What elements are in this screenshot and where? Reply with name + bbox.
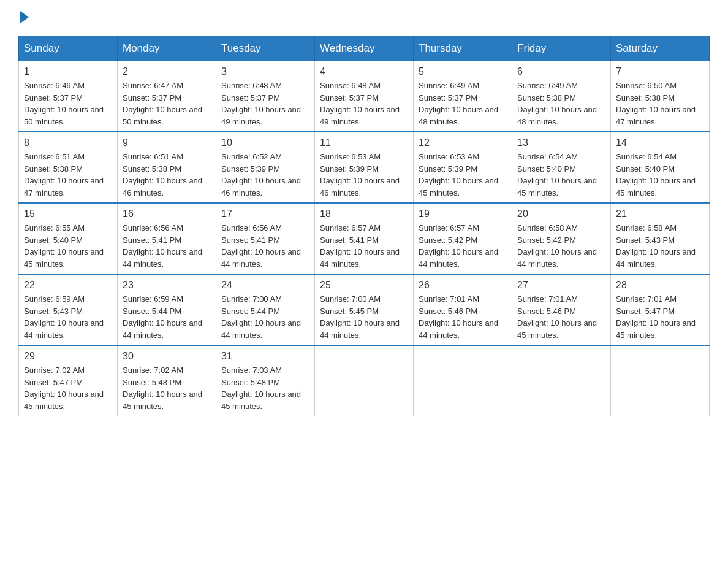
calendar-cell: 17 Sunrise: 6:56 AM Sunset: 5:41 PM Dayl… bbox=[216, 203, 315, 274]
calendar-cell: 1 Sunrise: 6:46 AM Sunset: 5:37 PM Dayli… bbox=[19, 61, 118, 132]
day-number: 17 bbox=[221, 209, 309, 220]
calendar-week-row: 29 Sunrise: 7:02 AM Sunset: 5:47 PM Dayl… bbox=[19, 345, 710, 416]
calendar-cell: 12 Sunrise: 6:53 AM Sunset: 5:39 PM Dayl… bbox=[414, 132, 512, 203]
calendar-cell: 10 Sunrise: 6:52 AM Sunset: 5:39 PM Dayl… bbox=[216, 132, 315, 203]
day-info: Sunrise: 6:55 AM Sunset: 5:40 PM Dayligh… bbox=[24, 222, 112, 270]
calendar-cell: 9 Sunrise: 6:51 AM Sunset: 5:38 PM Dayli… bbox=[118, 132, 216, 203]
day-number: 25 bbox=[320, 280, 408, 291]
day-info: Sunrise: 6:52 AM Sunset: 5:39 PM Dayligh… bbox=[221, 151, 309, 199]
day-info: Sunrise: 6:54 AM Sunset: 5:40 PM Dayligh… bbox=[616, 151, 704, 199]
day-info: Sunrise: 6:46 AM Sunset: 5:37 PM Dayligh… bbox=[24, 80, 112, 128]
day-number: 6 bbox=[517, 66, 605, 77]
calendar-cell bbox=[611, 345, 710, 416]
day-info: Sunrise: 6:50 AM Sunset: 5:38 PM Dayligh… bbox=[616, 80, 704, 128]
day-info: Sunrise: 7:01 AM Sunset: 5:46 PM Dayligh… bbox=[419, 293, 507, 341]
day-number: 18 bbox=[320, 209, 408, 220]
day-number: 9 bbox=[123, 137, 211, 148]
day-number: 15 bbox=[24, 209, 112, 220]
day-info: Sunrise: 6:57 AM Sunset: 5:42 PM Dayligh… bbox=[419, 222, 507, 270]
day-number: 23 bbox=[123, 280, 211, 291]
calendar-cell: 11 Sunrise: 6:53 AM Sunset: 5:39 PM Dayl… bbox=[315, 132, 414, 203]
calendar-cell: 25 Sunrise: 7:00 AM Sunset: 5:45 PM Dayl… bbox=[315, 274, 414, 345]
calendar-week-row: 1 Sunrise: 6:46 AM Sunset: 5:37 PM Dayli… bbox=[19, 61, 710, 132]
day-info: Sunrise: 7:02 AM Sunset: 5:48 PM Dayligh… bbox=[123, 364, 211, 412]
day-info: Sunrise: 6:51 AM Sunset: 5:38 PM Dayligh… bbox=[123, 151, 211, 199]
calendar-cell: 6 Sunrise: 6:49 AM Sunset: 5:38 PM Dayli… bbox=[512, 61, 611, 132]
calendar-cell: 2 Sunrise: 6:47 AM Sunset: 5:37 PM Dayli… bbox=[118, 61, 216, 132]
calendar-cell: 13 Sunrise: 6:54 AM Sunset: 5:40 PM Dayl… bbox=[512, 132, 611, 203]
day-number: 5 bbox=[419, 66, 507, 77]
day-info: Sunrise: 7:00 AM Sunset: 5:45 PM Dayligh… bbox=[320, 293, 408, 341]
logo-arrow-icon bbox=[20, 11, 29, 23]
day-number: 11 bbox=[320, 137, 408, 148]
calendar-cell: 5 Sunrise: 6:49 AM Sunset: 5:37 PM Dayli… bbox=[414, 61, 512, 132]
day-info: Sunrise: 6:59 AM Sunset: 5:43 PM Dayligh… bbox=[24, 293, 112, 341]
day-number: 20 bbox=[517, 209, 605, 220]
day-number: 22 bbox=[24, 280, 112, 291]
calendar-day-header: Sunday bbox=[19, 36, 118, 61]
day-info: Sunrise: 7:00 AM Sunset: 5:44 PM Dayligh… bbox=[221, 293, 309, 341]
day-info: Sunrise: 6:59 AM Sunset: 5:44 PM Dayligh… bbox=[123, 293, 211, 341]
calendar-cell: 26 Sunrise: 7:01 AM Sunset: 5:46 PM Dayl… bbox=[414, 274, 512, 345]
calendar-cell: 8 Sunrise: 6:51 AM Sunset: 5:38 PM Dayli… bbox=[19, 132, 118, 203]
calendar-cell: 31 Sunrise: 7:03 AM Sunset: 5:48 PM Dayl… bbox=[216, 345, 315, 416]
day-number: 31 bbox=[221, 351, 309, 362]
day-number: 12 bbox=[419, 137, 507, 148]
calendar-cell: 22 Sunrise: 6:59 AM Sunset: 5:43 PM Dayl… bbox=[19, 274, 118, 345]
calendar-header: SundayMondayTuesdayWednesdayThursdayFrid… bbox=[19, 36, 710, 61]
calendar-cell: 19 Sunrise: 6:57 AM Sunset: 5:42 PM Dayl… bbox=[414, 203, 512, 274]
day-info: Sunrise: 6:47 AM Sunset: 5:37 PM Dayligh… bbox=[123, 80, 211, 128]
calendar-day-header: Wednesday bbox=[315, 36, 414, 61]
day-info: Sunrise: 6:51 AM Sunset: 5:38 PM Dayligh… bbox=[24, 151, 112, 199]
day-info: Sunrise: 6:56 AM Sunset: 5:41 PM Dayligh… bbox=[123, 222, 211, 270]
calendar-cell: 14 Sunrise: 6:54 AM Sunset: 5:40 PM Dayl… bbox=[611, 132, 710, 203]
calendar-week-row: 22 Sunrise: 6:59 AM Sunset: 5:43 PM Dayl… bbox=[19, 274, 710, 345]
calendar-cell: 27 Sunrise: 7:01 AM Sunset: 5:46 PM Dayl… bbox=[512, 274, 611, 345]
day-number: 24 bbox=[221, 280, 309, 291]
calendar-week-row: 15 Sunrise: 6:55 AM Sunset: 5:40 PM Dayl… bbox=[19, 203, 710, 274]
calendar-cell: 20 Sunrise: 6:58 AM Sunset: 5:42 PM Dayl… bbox=[512, 203, 611, 274]
day-info: Sunrise: 6:54 AM Sunset: 5:40 PM Dayligh… bbox=[517, 151, 605, 199]
calendar-cell: 3 Sunrise: 6:48 AM Sunset: 5:37 PM Dayli… bbox=[216, 61, 315, 132]
calendar-cell: 7 Sunrise: 6:50 AM Sunset: 5:38 PM Dayli… bbox=[611, 61, 710, 132]
day-info: Sunrise: 6:48 AM Sunset: 5:37 PM Dayligh… bbox=[221, 80, 309, 128]
calendar-week-row: 8 Sunrise: 6:51 AM Sunset: 5:38 PM Dayli… bbox=[19, 132, 710, 203]
day-info: Sunrise: 6:48 AM Sunset: 5:37 PM Dayligh… bbox=[320, 80, 408, 128]
day-info: Sunrise: 7:02 AM Sunset: 5:47 PM Dayligh… bbox=[24, 364, 112, 412]
day-info: Sunrise: 6:49 AM Sunset: 5:37 PM Dayligh… bbox=[419, 80, 507, 128]
day-number: 29 bbox=[24, 351, 112, 362]
day-info: Sunrise: 6:53 AM Sunset: 5:39 PM Dayligh… bbox=[320, 151, 408, 199]
day-info: Sunrise: 6:53 AM Sunset: 5:39 PM Dayligh… bbox=[419, 151, 507, 199]
calendar-cell: 21 Sunrise: 6:58 AM Sunset: 5:43 PM Dayl… bbox=[611, 203, 710, 274]
calendar-cell: 16 Sunrise: 6:56 AM Sunset: 5:41 PM Dayl… bbox=[118, 203, 216, 274]
day-info: Sunrise: 6:56 AM Sunset: 5:41 PM Dayligh… bbox=[221, 222, 309, 270]
calendar-cell bbox=[414, 345, 512, 416]
page-header bbox=[18, 12, 710, 25]
calendar-day-header: Tuesday bbox=[216, 36, 315, 61]
day-number: 27 bbox=[517, 280, 605, 291]
calendar-cell bbox=[315, 345, 414, 416]
calendar-cell: 4 Sunrise: 6:48 AM Sunset: 5:37 PM Dayli… bbox=[315, 61, 414, 132]
day-info: Sunrise: 7:01 AM Sunset: 5:47 PM Dayligh… bbox=[616, 293, 704, 341]
day-number: 8 bbox=[24, 137, 112, 148]
day-info: Sunrise: 6:57 AM Sunset: 5:41 PM Dayligh… bbox=[320, 222, 408, 270]
day-number: 7 bbox=[616, 66, 704, 77]
calendar-cell: 18 Sunrise: 6:57 AM Sunset: 5:41 PM Dayl… bbox=[315, 203, 414, 274]
calendar-cell: 29 Sunrise: 7:02 AM Sunset: 5:47 PM Dayl… bbox=[19, 345, 118, 416]
day-info: Sunrise: 7:01 AM Sunset: 5:46 PM Dayligh… bbox=[517, 293, 605, 341]
day-number: 4 bbox=[320, 66, 408, 77]
calendar-cell: 23 Sunrise: 6:59 AM Sunset: 5:44 PM Dayl… bbox=[118, 274, 216, 345]
calendar-cell: 24 Sunrise: 7:00 AM Sunset: 5:44 PM Dayl… bbox=[216, 274, 315, 345]
day-number: 19 bbox=[419, 209, 507, 220]
calendar-day-header: Saturday bbox=[611, 36, 710, 61]
calendar-cell: 30 Sunrise: 7:02 AM Sunset: 5:48 PM Dayl… bbox=[118, 345, 216, 416]
logo bbox=[18, 12, 29, 25]
calendar-day-header: Monday bbox=[118, 36, 216, 61]
day-number: 14 bbox=[616, 137, 704, 148]
day-info: Sunrise: 6:58 AM Sunset: 5:43 PM Dayligh… bbox=[616, 222, 704, 270]
day-number: 10 bbox=[221, 137, 309, 148]
calendar-cell: 28 Sunrise: 7:01 AM Sunset: 5:47 PM Dayl… bbox=[611, 274, 710, 345]
day-number: 3 bbox=[221, 66, 309, 77]
calendar-cell: 15 Sunrise: 6:55 AM Sunset: 5:40 PM Dayl… bbox=[19, 203, 118, 274]
day-number: 1 bbox=[24, 66, 112, 77]
